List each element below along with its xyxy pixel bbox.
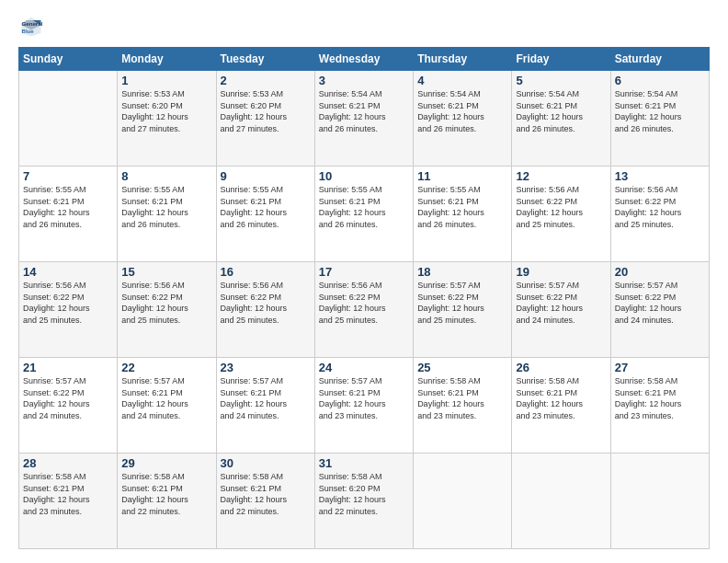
- day-info: Sunrise: 5:53 AM Sunset: 6:20 PM Dayligh…: [121, 88, 211, 134]
- day-number: 8: [121, 169, 211, 183]
- day-info: Sunrise: 5:56 AM Sunset: 6:22 PM Dayligh…: [121, 280, 211, 326]
- calendar-cell: 22Sunrise: 5:57 AM Sunset: 6:21 PM Dayli…: [118, 358, 216, 454]
- calendar-cell: [19, 71, 118, 167]
- day-number: 21: [23, 361, 113, 374]
- day-info: Sunrise: 5:53 AM Sunset: 6:20 PM Dayligh…: [221, 88, 311, 134]
- calendar-cell: 26Sunrise: 5:58 AM Sunset: 6:21 PM Dayli…: [512, 358, 610, 454]
- day-number: 3: [319, 74, 409, 87]
- calendar-cell: 13Sunrise: 5:56 AM Sunset: 6:22 PM Dayli…: [610, 167, 709, 262]
- weekday-header-wednesday: Wednesday: [314, 48, 413, 71]
- day-info: Sunrise: 5:54 AM Sunset: 6:21 PM Dayligh…: [319, 88, 409, 134]
- day-number: 18: [417, 265, 507, 279]
- calendar-cell: 16Sunrise: 5:56 AM Sunset: 6:22 PM Dayli…: [216, 262, 314, 358]
- calendar-week-row: 21Sunrise: 5:57 AM Sunset: 6:22 PM Dayli…: [19, 358, 710, 454]
- calendar-cell: 20Sunrise: 5:57 AM Sunset: 6:22 PM Dayli…: [610, 262, 709, 358]
- calendar-cell: 10Sunrise: 5:55 AM Sunset: 6:21 PM Dayli…: [314, 167, 413, 262]
- calendar-cell: 4Sunrise: 5:54 AM Sunset: 6:21 PM Daylig…: [414, 71, 512, 167]
- calendar-cell: 21Sunrise: 5:57 AM Sunset: 6:22 PM Dayli…: [19, 358, 118, 454]
- day-number: 13: [615, 169, 705, 183]
- day-info: Sunrise: 5:57 AM Sunset: 6:21 PM Dayligh…: [221, 375, 311, 421]
- calendar-cell: 6Sunrise: 5:54 AM Sunset: 6:21 PM Daylig…: [610, 71, 709, 167]
- day-info: Sunrise: 5:56 AM Sunset: 6:22 PM Dayligh…: [516, 184, 606, 230]
- calendar-table: SundayMondayTuesdayWednesdayThursdayFrid…: [18, 47, 710, 549]
- day-number: 12: [516, 169, 606, 183]
- day-info: Sunrise: 5:58 AM Sunset: 6:21 PM Dayligh…: [221, 471, 311, 517]
- calendar-cell: 15Sunrise: 5:56 AM Sunset: 6:22 PM Dayli…: [118, 262, 216, 358]
- calendar-week-row: 28Sunrise: 5:58 AM Sunset: 6:21 PM Dayli…: [19, 454, 710, 549]
- calendar-week-row: 1Sunrise: 5:53 AM Sunset: 6:20 PM Daylig…: [19, 71, 710, 167]
- day-number: 16: [221, 265, 311, 279]
- day-number: 6: [615, 74, 705, 87]
- calendar-cell: 2Sunrise: 5:53 AM Sunset: 6:20 PM Daylig…: [216, 71, 314, 167]
- day-info: Sunrise: 5:58 AM Sunset: 6:21 PM Dayligh…: [417, 375, 507, 421]
- day-number: 22: [121, 361, 211, 374]
- calendar-cell: 31Sunrise: 5:58 AM Sunset: 6:20 PM Dayli…: [314, 454, 413, 549]
- day-info: Sunrise: 5:54 AM Sunset: 6:21 PM Dayligh…: [417, 88, 507, 134]
- svg-text:General: General: [22, 20, 43, 27]
- day-info: Sunrise: 5:58 AM Sunset: 6:21 PM Dayligh…: [121, 471, 211, 517]
- weekday-header-thursday: Thursday: [414, 48, 512, 71]
- day-info: Sunrise: 5:55 AM Sunset: 6:21 PM Dayligh…: [319, 184, 409, 230]
- day-number: 5: [516, 74, 606, 87]
- day-info: Sunrise: 5:56 AM Sunset: 6:22 PM Dayligh…: [319, 280, 409, 326]
- day-info: Sunrise: 5:57 AM Sunset: 6:21 PM Dayligh…: [319, 375, 409, 421]
- day-info: Sunrise: 5:55 AM Sunset: 6:21 PM Dayligh…: [121, 184, 211, 230]
- day-number: 28: [23, 456, 113, 470]
- day-number: 7: [23, 169, 113, 183]
- day-number: 11: [417, 169, 507, 183]
- day-info: Sunrise: 5:54 AM Sunset: 6:21 PM Dayligh…: [615, 88, 705, 134]
- calendar-cell: 14Sunrise: 5:56 AM Sunset: 6:22 PM Dayli…: [19, 262, 118, 358]
- calendar-cell: 25Sunrise: 5:58 AM Sunset: 6:21 PM Dayli…: [414, 358, 512, 454]
- day-info: Sunrise: 5:56 AM Sunset: 6:22 PM Dayligh…: [23, 280, 113, 326]
- day-number: 17: [319, 265, 409, 279]
- calendar-cell: [512, 454, 610, 549]
- calendar-cell: 9Sunrise: 5:55 AM Sunset: 6:21 PM Daylig…: [216, 167, 314, 262]
- calendar-header-row: SundayMondayTuesdayWednesdayThursdayFrid…: [19, 48, 710, 71]
- calendar-cell: 24Sunrise: 5:57 AM Sunset: 6:21 PM Dayli…: [314, 358, 413, 454]
- calendar-cell: 17Sunrise: 5:56 AM Sunset: 6:22 PM Dayli…: [314, 262, 413, 358]
- day-number: 31: [319, 456, 409, 470]
- weekday-header-monday: Monday: [118, 48, 216, 71]
- calendar-cell: 29Sunrise: 5:58 AM Sunset: 6:21 PM Dayli…: [118, 454, 216, 549]
- day-info: Sunrise: 5:54 AM Sunset: 6:21 PM Dayligh…: [516, 88, 606, 134]
- calendar-cell: 28Sunrise: 5:58 AM Sunset: 6:21 PM Dayli…: [19, 454, 118, 549]
- calendar-cell: 1Sunrise: 5:53 AM Sunset: 6:20 PM Daylig…: [118, 71, 216, 167]
- weekday-header-friday: Friday: [512, 48, 610, 71]
- calendar-cell: 12Sunrise: 5:56 AM Sunset: 6:22 PM Dayli…: [512, 167, 610, 262]
- header: General Blue: [18, 14, 710, 40]
- day-number: 4: [417, 74, 507, 87]
- calendar-cell: 5Sunrise: 5:54 AM Sunset: 6:21 PM Daylig…: [512, 71, 610, 167]
- calendar-cell: 11Sunrise: 5:55 AM Sunset: 6:21 PM Dayli…: [414, 167, 512, 262]
- calendar-cell: 27Sunrise: 5:58 AM Sunset: 6:21 PM Dayli…: [610, 358, 709, 454]
- calendar-cell: 3Sunrise: 5:54 AM Sunset: 6:21 PM Daylig…: [314, 71, 413, 167]
- logo-icon: General Blue: [18, 14, 44, 40]
- day-info: Sunrise: 5:57 AM Sunset: 6:22 PM Dayligh…: [417, 280, 507, 326]
- day-info: Sunrise: 5:57 AM Sunset: 6:21 PM Dayligh…: [121, 375, 211, 421]
- day-info: Sunrise: 5:58 AM Sunset: 6:21 PM Dayligh…: [615, 375, 705, 421]
- day-info: Sunrise: 5:55 AM Sunset: 6:21 PM Dayligh…: [23, 184, 113, 230]
- calendar-cell: [610, 454, 709, 549]
- day-number: 2: [221, 74, 311, 87]
- day-number: 20: [615, 265, 705, 279]
- calendar-week-row: 7Sunrise: 5:55 AM Sunset: 6:21 PM Daylig…: [19, 167, 710, 262]
- day-number: 25: [417, 361, 507, 374]
- weekday-header-saturday: Saturday: [610, 48, 709, 71]
- day-number: 24: [319, 361, 409, 374]
- day-info: Sunrise: 5:57 AM Sunset: 6:22 PM Dayligh…: [23, 375, 113, 421]
- day-info: Sunrise: 5:56 AM Sunset: 6:22 PM Dayligh…: [221, 280, 311, 326]
- day-number: 19: [516, 265, 606, 279]
- calendar-cell: 19Sunrise: 5:57 AM Sunset: 6:22 PM Dayli…: [512, 262, 610, 358]
- svg-text:Blue: Blue: [22, 28, 35, 34]
- day-info: Sunrise: 5:57 AM Sunset: 6:22 PM Dayligh…: [615, 280, 705, 326]
- calendar-cell: 23Sunrise: 5:57 AM Sunset: 6:21 PM Dayli…: [216, 358, 314, 454]
- calendar-cell: 18Sunrise: 5:57 AM Sunset: 6:22 PM Dayli…: [414, 262, 512, 358]
- weekday-header-sunday: Sunday: [19, 48, 118, 71]
- day-info: Sunrise: 5:56 AM Sunset: 6:22 PM Dayligh…: [615, 184, 705, 230]
- day-number: 9: [221, 169, 311, 183]
- calendar-cell: 30Sunrise: 5:58 AM Sunset: 6:21 PM Dayli…: [216, 454, 314, 549]
- day-number: 26: [516, 361, 606, 374]
- day-number: 29: [121, 456, 211, 470]
- day-info: Sunrise: 5:58 AM Sunset: 6:20 PM Dayligh…: [319, 471, 409, 517]
- day-number: 27: [615, 361, 705, 374]
- day-number: 10: [319, 169, 409, 183]
